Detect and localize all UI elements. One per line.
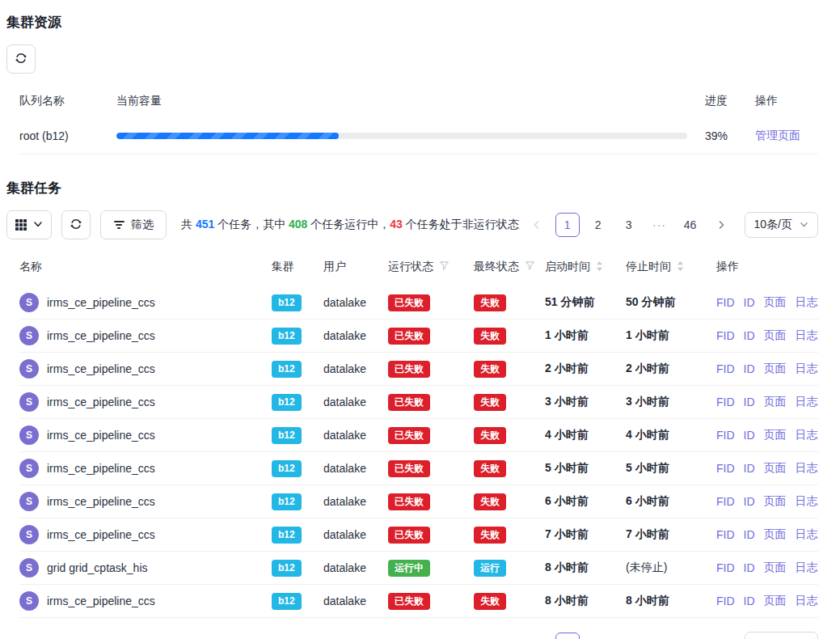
layout-dropdown-button[interactable]	[6, 210, 52, 239]
log-link[interactable]: 日志	[796, 328, 818, 343]
row-actions: FIDID页面日志	[716, 295, 818, 310]
start-time: 8 小时前	[545, 594, 626, 608]
fid-link[interactable]: FID	[716, 561, 735, 574]
sort-icon[interactable]	[677, 260, 684, 274]
id-link[interactable]: ID	[744, 429, 755, 442]
final-status-badge: 失败	[474, 294, 506, 311]
start-time: 2 小时前	[545, 362, 626, 376]
user-name: datalake	[323, 296, 388, 309]
id-link[interactable]: ID	[744, 296, 755, 309]
page-button-last[interactable]: 46	[678, 633, 703, 639]
fid-link[interactable]: FID	[716, 462, 735, 475]
fid-link[interactable]: FID	[716, 362, 735, 375]
id-link[interactable]: ID	[744, 329, 755, 342]
stop-time: 6 小时前	[626, 494, 716, 509]
page-link[interactable]: 页面	[764, 461, 787, 476]
fid-link[interactable]: FID	[716, 329, 735, 342]
stop-time: 2 小时前	[626, 362, 716, 376]
task-name: irms_ce_pipeline_ccs	[47, 595, 155, 607]
page-button-2[interactable]: 2	[586, 213, 610, 237]
col-progress: 进度	[705, 94, 755, 108]
id-link[interactable]: ID	[744, 362, 755, 375]
row-actions: FIDID页面日志	[716, 561, 818, 575]
id-link[interactable]: ID	[744, 396, 755, 408]
page: 集群资源 队列名称 当前容量 进度 操作 root (b12)	[0, 0, 840, 639]
log-link[interactable]: 日志	[796, 527, 818, 542]
task-name: irms_ce_pipeline_ccs	[47, 462, 155, 475]
page-link[interactable]: 页面	[764, 328, 787, 343]
progress-bar	[116, 133, 687, 139]
fid-link[interactable]: FID	[716, 495, 735, 508]
log-link[interactable]: 日志	[796, 594, 818, 608]
next-page-button[interactable]	[709, 213, 733, 237]
manage-page-link[interactable]: 管理页面	[755, 129, 800, 142]
log-link[interactable]: 日志	[796, 561, 818, 575]
fid-link[interactable]: FID	[716, 396, 735, 408]
resources-refresh-button[interactable]	[6, 44, 36, 74]
log-link[interactable]: 日志	[796, 461, 818, 476]
page-link[interactable]: 页面	[764, 428, 787, 442]
table-row: S irms_ce_pipeline_ccs b12 datalake 已失败 …	[19, 320, 818, 353]
run-status-badge: 已失败	[388, 460, 430, 477]
page-button-1[interactable]: 1	[555, 213, 580, 237]
next-page-button[interactable]	[709, 633, 733, 639]
id-link[interactable]: ID	[744, 595, 755, 607]
filter-funnel-icon[interactable]	[439, 260, 450, 273]
page-button-last[interactable]: 46	[678, 213, 703, 237]
id-link[interactable]: ID	[744, 462, 755, 475]
page-button-3[interactable]: 3	[617, 213, 641, 237]
chevron-down-icon	[800, 218, 808, 231]
user-name: datalake	[323, 595, 388, 607]
log-link[interactable]: 日志	[796, 295, 818, 310]
tasks-table-body: S irms_ce_pipeline_ccs b12 datalake 已失败 …	[19, 286, 818, 618]
page-ellipsis[interactable]: ···	[648, 633, 672, 639]
fid-link[interactable]: FID	[716, 296, 735, 309]
page-link[interactable]: 页面	[764, 494, 787, 509]
page-button-3[interactable]: 3	[617, 633, 641, 639]
page-link[interactable]: 页面	[764, 295, 787, 310]
row-actions: FIDID页面日志	[716, 328, 818, 343]
log-link[interactable]: 日志	[796, 428, 818, 442]
col-resources-actions: 操作	[755, 94, 818, 108]
final-status-badge: 失败	[474, 593, 506, 610]
start-time: 5 小时前	[545, 461, 626, 476]
cluster-badge: b12	[272, 560, 302, 577]
table-row: S irms_ce_pipeline_ccs b12 datalake 已失败 …	[19, 452, 818, 485]
id-link[interactable]: ID	[744, 495, 755, 508]
task-name: irms_ce_pipeline_ccs	[47, 329, 155, 342]
log-link[interactable]: 日志	[796, 395, 818, 409]
page-size-select[interactable]: 10条/页	[745, 212, 818, 238]
user-name: datalake	[323, 396, 388, 408]
start-time: 1 小时前	[545, 328, 626, 343]
page-link[interactable]: 页面	[764, 362, 787, 376]
filter-button[interactable]: 筛选	[100, 210, 167, 239]
cluster-badge: b12	[272, 493, 302, 510]
fid-link[interactable]: FID	[716, 528, 735, 541]
page-ellipsis[interactable]: ···	[648, 213, 672, 237]
stop-time: 50 分钟前	[626, 295, 716, 310]
page-link[interactable]: 页面	[764, 527, 787, 542]
fid-link[interactable]: FID	[716, 429, 735, 442]
run-status-badge: 已失败	[388, 294, 430, 311]
avatar: S	[19, 558, 39, 578]
start-time: 6 小时前	[545, 494, 626, 509]
id-link[interactable]: ID	[744, 561, 755, 574]
sort-icon[interactable]	[596, 260, 603, 274]
page-link[interactable]: 页面	[764, 395, 787, 409]
fid-link[interactable]: FID	[716, 595, 735, 607]
id-link[interactable]: ID	[744, 528, 755, 541]
page-button-1[interactable]: 1	[555, 633, 580, 639]
log-link[interactable]: 日志	[796, 362, 818, 376]
page-link[interactable]: 页面	[764, 594, 787, 608]
prev-page-button[interactable]	[525, 213, 549, 237]
page-size-select[interactable]: 10条/页	[745, 632, 818, 639]
capacity-cell	[116, 133, 705, 139]
prev-page-button[interactable]	[525, 633, 549, 639]
tasks-refresh-button[interactable]	[61, 210, 91, 239]
log-link[interactable]: 日志	[796, 494, 818, 509]
filter-funnel-icon[interactable]	[525, 260, 535, 273]
page-link[interactable]: 页面	[764, 561, 787, 575]
avatar: S	[19, 359, 39, 379]
pagination-bottom-wrap: 1 2 3 ··· 46 10条/页	[6, 632, 818, 639]
page-button-2[interactable]: 2	[586, 633, 610, 639]
